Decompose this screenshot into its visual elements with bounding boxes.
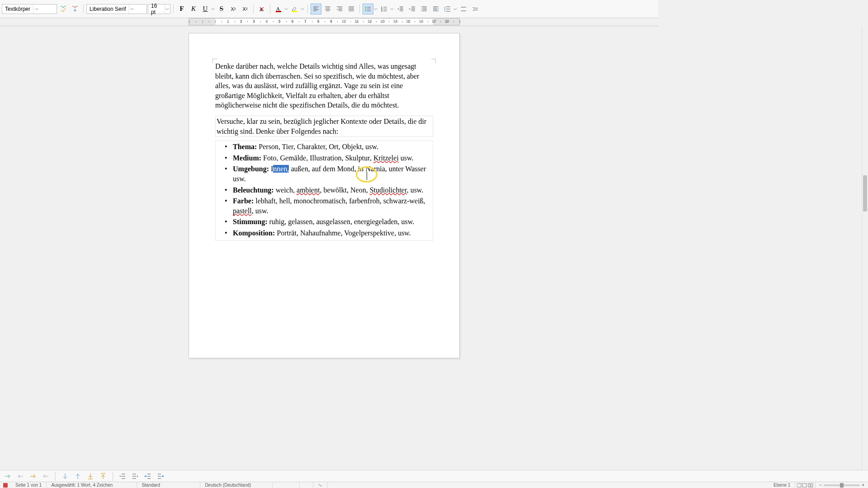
svg-text:3: 3 <box>381 9 382 12</box>
numbered-list-button[interactable]: 123 <box>379 4 390 14</box>
line-spacing-button[interactable] <box>442 4 453 14</box>
text-caret <box>367 172 367 180</box>
paragraph-style-combo[interactable]: Textkörper <box>2 4 57 14</box>
svg-point-5 <box>365 8 366 9</box>
font-color-button[interactable]: A <box>273 4 284 14</box>
chevron-down-icon[interactable] <box>300 4 305 14</box>
decrease-indent-button[interactable] <box>430 4 441 14</box>
font-size-combo[interactable]: 16 pt <box>148 4 170 14</box>
italic-button[interactable]: K <box>188 4 199 14</box>
svg-rect-2 <box>276 11 281 12</box>
svg-text:A: A <box>259 7 263 12</box>
svg-text:A: A <box>276 6 280 11</box>
align-center-button[interactable] <box>322 4 333 14</box>
chevron-down-icon[interactable] <box>129 5 135 14</box>
paragraph-spacing-dec-button[interactable] <box>470 4 481 14</box>
increase-indent-button[interactable] <box>419 4 429 14</box>
font-name-combo[interactable]: Liberation Serif <box>86 4 147 14</box>
document-area[interactable]: Denke darüber nach, welche Details wicht… <box>0 26 658 369</box>
chevron-down-icon[interactable] <box>284 4 288 14</box>
clear-formatting-button[interactable]: A <box>256 4 267 14</box>
chevron-down-icon[interactable] <box>373 4 378 14</box>
list-item: Komposition: Porträt, Nahaufnahme, Vogel… <box>226 228 432 238</box>
highlight-color-button[interactable] <box>289 4 300 14</box>
underline-button[interactable]: U <box>200 4 211 14</box>
text-selection: nnen, <box>273 165 289 173</box>
align-justify-button[interactable] <box>346 4 357 14</box>
bullet-list-button[interactable] <box>363 4 373 14</box>
paragraph-spacing-inc-button[interactable] <box>458 4 469 14</box>
bold-button[interactable]: F <box>176 4 187 14</box>
ruler-area: 123456789101112131415161718 <box>0 18 658 26</box>
chevron-down-icon[interactable] <box>453 4 458 14</box>
paragraph[interactable]: Versuche, klar zu sein, bezüglich jeglic… <box>215 116 433 137</box>
subscript-button[interactable]: X2 <box>240 4 250 14</box>
list-item: Medium: Foto, Gemälde, Illustration, Sku… <box>226 153 432 163</box>
chevron-down-icon[interactable] <box>211 4 215 14</box>
horizontal-ruler[interactable]: 123456789101112131415161718 <box>189 18 460 25</box>
superscript-button[interactable]: X2 <box>228 4 239 14</box>
font-name-value: Liberation Serif <box>87 6 129 12</box>
bullet-list[interactable]: Thema: Person, Tier, Charakter, Ort, Obj… <box>215 141 433 240</box>
chevron-down-icon[interactable] <box>165 5 170 14</box>
paragraph[interactable]: Denke darüber nach, welche Details wicht… <box>215 61 433 110</box>
font-size-value: 16 pt <box>148 3 165 15</box>
chevron-down-icon[interactable] <box>33 5 39 14</box>
align-left-button[interactable] <box>311 4 321 14</box>
indent-button[interactable] <box>407 4 418 14</box>
page[interactable]: Denke darüber nach, welche Details wicht… <box>189 33 460 358</box>
list-item: Stimmung: ruhig, gelassen, ausgelassen, … <box>226 217 432 227</box>
ruler-ticks: 123456789101112131415161718 <box>189 19 459 25</box>
align-right-button[interactable] <box>334 4 345 14</box>
chevron-down-icon[interactable] <box>390 4 394 14</box>
strikethrough-button[interactable]: S <box>216 4 227 14</box>
update-style-button[interactable] <box>58 4 69 14</box>
list-item: Thema: Person, Tier, Charakter, Ort, Obj… <box>226 142 432 152</box>
list-item: Farbe: lebhaft, hell, monochromatisch, f… <box>226 196 432 216</box>
outdent-button[interactable] <box>395 4 406 14</box>
list-item: Umgebung: Innen, außen, auf dem Mond, in… <box>226 164 432 183</box>
paragraph-style-value: Textkörper <box>2 6 33 12</box>
svg-point-6 <box>365 10 366 11</box>
new-style-button[interactable] <box>70 4 80 14</box>
svg-rect-3 <box>292 11 297 12</box>
list-item: Beleuchtung: weich, ambient, bewölkt, Ne… <box>226 185 432 195</box>
svg-point-4 <box>365 6 366 7</box>
formatting-toolbar: Textkörper Liberation Serif 16 pt F K U … <box>0 0 658 18</box>
